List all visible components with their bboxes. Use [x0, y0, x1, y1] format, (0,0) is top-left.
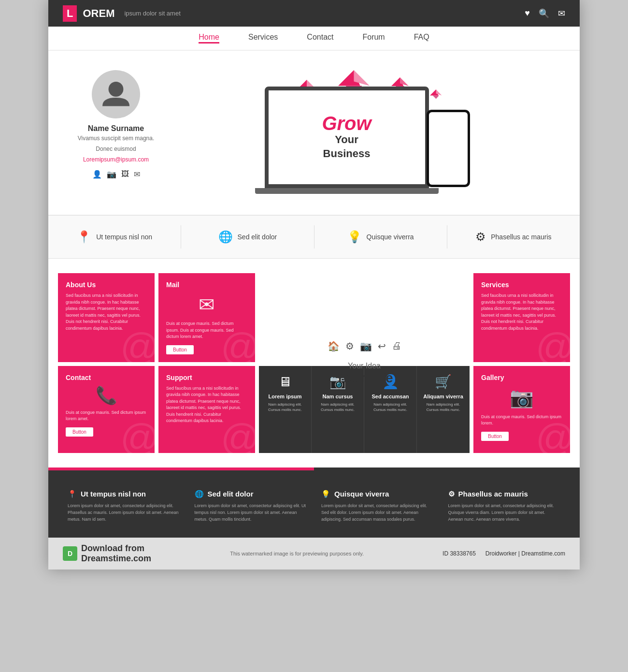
profile-sub1: Vivamus suscipit sem magna.: [78, 135, 155, 142]
footer-text-2: Lorem ipsum dolor sit amet, consectetur …: [195, 502, 307, 523]
avatar: [92, 70, 140, 118]
profile-name: Name Surname: [88, 124, 144, 133]
nav-contact[interactable]: Contact: [307, 33, 333, 44]
tiles-grid: About Us Sed faucibus urna a nisi sollic…: [58, 273, 570, 453]
about-title: About Us: [66, 281, 147, 289]
mail-tile: Mail ✉ Duis at congue mauris. Sed dictum…: [158, 273, 255, 362]
dreamstime-icon: D: [63, 546, 77, 561]
feature-label-1: Ut tempus nisl non: [96, 233, 152, 241]
footer-title-3: 💡 Quisque viverra: [321, 490, 434, 498]
settings-icon[interactable]: ⚙: [345, 340, 354, 352]
footer-grid: 📍 Ut tempus nisl non Lorem ipsum dolor s…: [68, 490, 560, 523]
feature-location: 📍 Ut tempus nisl non: [48, 225, 181, 248]
footer-title-1: 📍 Ut tempus nisl non: [68, 490, 180, 498]
top-bar: L OREM ipsum dolor sit amet ♥ 🔍 ✉: [48, 0, 580, 27]
mail-title: Mail: [166, 281, 247, 289]
phone-mockup: [427, 110, 470, 187]
services-tile: Services Sed faucibus urna a nisi sollic…: [473, 273, 570, 362]
nav-home[interactable]: Home: [199, 33, 219, 44]
profile-mail-icon[interactable]: ✉: [134, 170, 140, 179]
watermark-id: ID 38338765: [442, 550, 476, 557]
footer: 📍 Ut tempus nisl non Lorem ipsum dolor s…: [48, 470, 580, 538]
tiles-section: About Us Sed faucibus urna a nisi sollic…: [48, 259, 580, 467]
center-icons-row: 🏠 ⚙ 📷 ↩ 🖨: [328, 340, 401, 352]
footer-title-4: ⚙ Phasellus ac mauris: [448, 490, 561, 498]
center-main-title: Your Life: [335, 370, 393, 386]
footer-col-3: 💡 Quisque viverra Lorem ipsum dolor sit …: [321, 490, 434, 523]
footer-location-icon: 📍: [68, 490, 77, 498]
laptop-mockup: Grow Your Business: [265, 87, 429, 188]
center-tile: 🏠 ⚙ 📷 ↩ 🖨 Your Idea Your Life: [259, 273, 470, 453]
watermark-bar: D Download from Dreamstime.com This wate…: [48, 538, 580, 570]
features-bar: 📍 Ut tempus nisl non 🌐 Sed elit dolor 💡 …: [48, 215, 580, 259]
feature-gear: ⚙ Phasellus ac mauris: [447, 225, 580, 248]
profile-gallery-icon[interactable]: 🖼: [121, 170, 129, 179]
logo-text: OREM: [83, 7, 114, 20]
feature-label-2: Sed elit dolor: [238, 233, 277, 241]
gallery-icon: 📷: [481, 386, 562, 409]
logo-icon: L: [63, 5, 77, 22]
profile-area: Name Surname Vivamus suscipit sem magna.…: [68, 65, 164, 195]
gear-icon: ⚙: [475, 230, 486, 244]
gallery-button[interactable]: Button: [481, 432, 509, 441]
logo-tagline: ipsum dolor sit amet: [124, 10, 180, 17]
footer-col-4: ⚙ Phasellus ac mauris Lorem ipsum dolor …: [448, 490, 561, 523]
svg-marker-7: [338, 70, 360, 86]
contact-button[interactable]: Button: [66, 427, 93, 437]
profile-sub2: Donec euismod: [96, 146, 136, 152]
bulb-icon: 💡: [347, 230, 362, 244]
mail-icon-large: ✉: [166, 293, 247, 316]
support-tile: Support Sed faucibus urna a nisi sollici…: [158, 366, 255, 453]
reply-icon[interactable]: ↩: [378, 340, 386, 352]
gallery-title: Gallery: [481, 374, 562, 381]
home-icon[interactable]: 🏠: [328, 340, 340, 352]
contact-tile: Contact 📞 Duis at congue mauris. Sed dic…: [58, 366, 155, 453]
footer-text-4: Lorem ipsum dolor sit amet, consectetur …: [448, 502, 561, 523]
profile-camera-icon[interactable]: 📷: [107, 170, 116, 179]
business-text: Business: [323, 147, 371, 161]
center-sub-title: Your Idea: [348, 362, 381, 370]
contact-title: Contact: [66, 374, 147, 381]
dreamstime-logo: D Download from Dreamstime.com: [63, 543, 151, 564]
footer-col-2: 🌐 Sed elit dolor Lorem ipsum dolor sit a…: [195, 490, 307, 523]
footer-text-1: Lorem ipsum dolor sit amet, consectetur …: [68, 502, 180, 523]
svg-point-0: [109, 82, 124, 97]
your-text: Your: [335, 133, 358, 147]
camera-icon[interactable]: 📷: [360, 340, 372, 352]
watermark-sub: This watermarked image is for previewing…: [230, 551, 364, 556]
phone-icon: 📞: [66, 385, 147, 406]
mail-icon[interactable]: ✉: [558, 8, 565, 19]
footer-gear-icon: ⚙: [448, 490, 455, 498]
grow-text: Grow: [322, 114, 371, 133]
nav-forum[interactable]: Forum: [362, 33, 385, 44]
mail-button[interactable]: Button: [166, 345, 194, 354]
svg-marker-11: [400, 77, 409, 86]
feature-label-4: Phasellus ac mauris: [491, 233, 551, 241]
profile-user-icon[interactable]: 👤: [92, 170, 102, 179]
footer-text-3: Lorem ipsum dolor sit amet, consectetur …: [321, 502, 434, 523]
heart-icon[interactable]: ♥: [525, 8, 530, 19]
gallery-tile: Gallery 📷 Duis at congue mauris. Sed dic…: [473, 366, 570, 453]
feature-label-3: Quisque viverra: [367, 233, 414, 241]
svg-marker-8: [354, 70, 370, 86]
profile-email[interactable]: Loremipsum@ipsum.com: [83, 156, 149, 163]
download-text: Download from: [81, 543, 151, 554]
hero-center: Grow Your Business: [164, 65, 560, 195]
location-icon: 📍: [77, 230, 91, 244]
dreamstime-text: Dreamstime.com: [81, 554, 151, 564]
support-title: Support: [166, 374, 247, 381]
footer-globe-icon: 🌐: [195, 490, 204, 498]
print-icon[interactable]: 🖨: [392, 340, 401, 352]
footer-col-1: 📍 Ut tempus nisl non Lorem ipsum dolor s…: [68, 490, 180, 523]
profile-social-icons: 👤 📷 🖼 ✉: [92, 170, 140, 179]
hero-section: Name Surname Vivamus suscipit sem magna.…: [48, 51, 580, 215]
nav-services[interactable]: Services: [248, 33, 278, 44]
top-icons: ♥ 🔍 ✉: [525, 8, 565, 19]
nav-faq[interactable]: FAQ: [414, 33, 429, 44]
footer-title-2: 🌐 Sed elit dolor: [195, 490, 307, 498]
globe-icon: 🌐: [218, 230, 233, 244]
footer-bulb-icon: 💡: [321, 490, 330, 498]
search-icon[interactable]: 🔍: [539, 8, 549, 19]
svg-marker-10: [391, 77, 403, 86]
watermark-author: Droidworker | Dreamstime.com: [485, 550, 565, 557]
